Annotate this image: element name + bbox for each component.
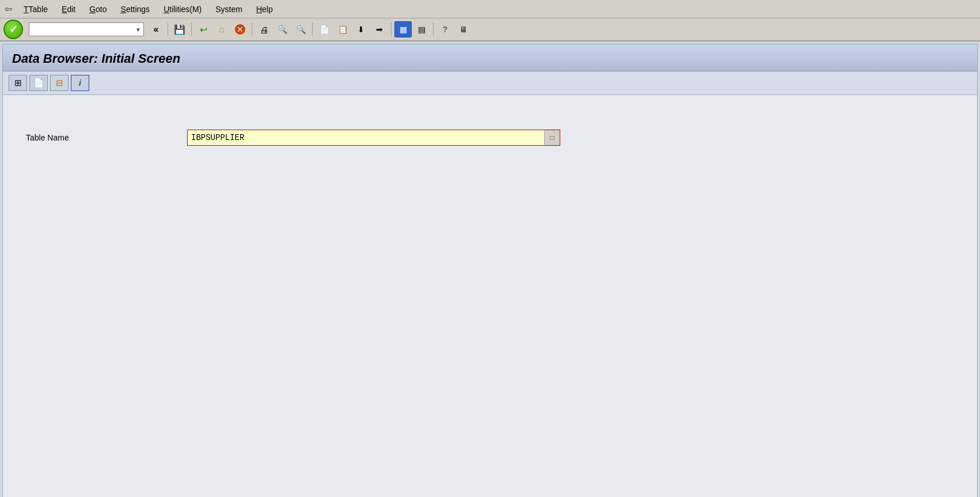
right-button[interactable]: ➡ xyxy=(371,21,388,37)
separator-6 xyxy=(433,22,434,36)
sub-btn-new[interactable]: 📄 xyxy=(29,75,48,91)
separator-3 xyxy=(252,22,252,36)
separator-2 xyxy=(191,22,192,36)
back-icon: « xyxy=(154,24,159,35)
sub-grid-icon: ⊞ xyxy=(14,78,22,88)
layout-icon: ▤ xyxy=(418,25,426,34)
menu-utilities[interactable]: Utilities(M) xyxy=(157,2,208,16)
nav-back-icon: ↩ xyxy=(200,24,207,35)
sub-btn-grid[interactable]: ⊞ xyxy=(9,75,27,91)
find-next-button[interactable]: 🔍 xyxy=(292,21,309,37)
find-icon: 🔍 xyxy=(278,25,287,34)
help-icon: ? xyxy=(443,25,448,34)
save-icon: 💾 xyxy=(174,24,185,35)
table-name-label: Table Name xyxy=(26,133,187,142)
sub-btn-info[interactable]: i xyxy=(71,75,89,91)
separator-5 xyxy=(391,22,392,36)
execute-button[interactable]: ✓ xyxy=(3,20,23,39)
help-button[interactable]: ? xyxy=(436,21,454,37)
down-icon: ⬇ xyxy=(358,25,364,34)
find-next-icon: 🔍 xyxy=(296,25,306,34)
nav-back-button[interactable]: ↩ xyxy=(195,21,212,37)
grid-icon: ▦ xyxy=(400,25,407,34)
doc1-button[interactable]: 📄 xyxy=(316,21,333,37)
menubar: ⇦ TTable Edit Goto Settings Utilities(M)… xyxy=(0,0,980,18)
monitor-button[interactable]: 🖥 xyxy=(455,21,472,37)
doc2-icon: 📋 xyxy=(338,25,348,34)
exit-icon[interactable]: ⇦ xyxy=(5,3,12,14)
save-button[interactable]: 💾 xyxy=(171,21,188,37)
layout-button[interactable]: ▤ xyxy=(413,21,430,37)
print-button[interactable]: 🖨 xyxy=(255,21,272,37)
menu-help[interactable]: Help xyxy=(249,2,280,16)
toolbar: ✓ ▼ « 💾 ↩ ⌂ ✕ 🖨 🔍 🔍 📄 📋 xyxy=(0,18,980,41)
page-title: Data Browser: Initial Screen xyxy=(12,51,968,66)
menu-system[interactable]: System xyxy=(208,2,249,16)
sub-toolbar: ⊞ 📄 ⊟ i xyxy=(3,71,977,95)
command-dropdown[interactable]: ▼ xyxy=(29,22,144,36)
monitor-icon: 🖥 xyxy=(459,25,468,34)
menu-goto[interactable]: Goto xyxy=(82,2,113,16)
sub-display-icon: ⊟ xyxy=(56,78,63,88)
print-icon: 🖨 xyxy=(260,25,268,35)
nav-cancel-button[interactable]: ✕ xyxy=(231,21,249,37)
down-button[interactable]: ⬇ xyxy=(352,21,370,37)
menu-table[interactable]: TTable xyxy=(17,2,55,16)
menu-settings[interactable]: Settings xyxy=(114,2,157,16)
sub-info-icon: i xyxy=(79,78,81,88)
separator-1 xyxy=(168,22,168,36)
back-button[interactable]: « xyxy=(147,21,165,37)
nav-cancel-icon: ✕ xyxy=(235,24,245,35)
right-icon: ➡ xyxy=(376,25,383,34)
form-area: Table Name □ xyxy=(3,95,977,178)
nav-home-icon: ⌂ xyxy=(219,24,225,35)
content-area: Data Browser: Initial Screen ⊞ 📄 ⊟ i Tab… xyxy=(2,44,978,497)
doc2-button[interactable]: 📋 xyxy=(334,21,351,37)
doc1-icon: 📄 xyxy=(320,25,329,34)
table-name-browse-button[interactable]: □ xyxy=(544,130,560,146)
separator-4 xyxy=(312,22,313,36)
sub-btn-display[interactable]: ⊟ xyxy=(50,75,69,91)
table-name-input-wrap: □ xyxy=(187,130,560,146)
menu-edit[interactable]: Edit xyxy=(55,2,82,16)
table-name-row: Table Name □ xyxy=(26,130,954,146)
nav-home-button[interactable]: ⌂ xyxy=(213,21,230,37)
page-header: Data Browser: Initial Screen xyxy=(3,44,977,71)
sub-new-icon: 📄 xyxy=(33,78,44,88)
find-button[interactable]: 🔍 xyxy=(274,21,291,37)
browse-icon: □ xyxy=(550,134,554,142)
grid-button[interactable]: ▦ xyxy=(394,21,412,37)
table-name-input[interactable] xyxy=(187,130,544,146)
dropdown-arrow-icon: ▼ xyxy=(135,26,141,33)
